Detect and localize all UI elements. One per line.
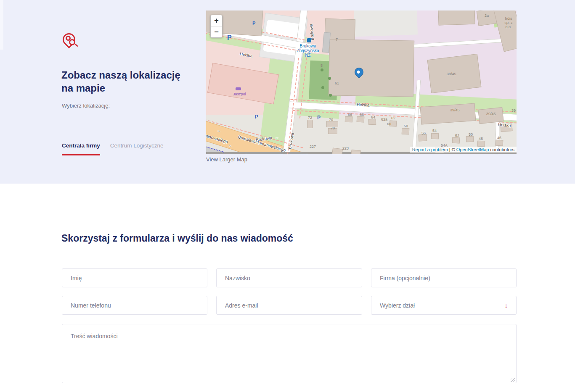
transit-stop-icon (307, 38, 311, 42)
parking-icon: P (317, 115, 321, 121)
street-label-helska: Helska (239, 51, 253, 58)
house-number: 64 (371, 115, 375, 119)
house-number: 68 (348, 113, 352, 117)
map-marker-dot (356, 70, 360, 74)
map-zoom-control: + − (210, 15, 223, 38)
tab-centrala-firmy[interactable]: Centrala firmy (62, 142, 100, 155)
house-number: 52 (455, 134, 459, 138)
section-edge-strip (0, 0, 3, 50)
house-number: 39/45 (486, 112, 496, 116)
house-number: 56 (421, 131, 426, 135)
house-number: 227 (310, 145, 316, 149)
tree-icon (329, 94, 332, 97)
company-label-line: Irdis (501, 16, 517, 21)
location-section: Zobacz naszą lokalizację na mapie Wybier… (0, 0, 575, 184)
house-number: 54 (432, 129, 437, 133)
house-number: 50 (469, 132, 473, 137)
parking-icon: P (227, 34, 232, 42)
car-dealer-icon (236, 87, 241, 90)
contact-page: Zobacz naszą lokalizację na mapie Wybier… (0, 0, 575, 392)
first-name-input[interactable] (62, 268, 207, 287)
chevron-down-icon: ↓ (505, 302, 508, 309)
house-number: 70 (331, 126, 335, 130)
house (477, 141, 485, 147)
house (332, 147, 343, 154)
house (351, 150, 360, 154)
department-select[interactable]: Wybierz dział ↓ (371, 296, 517, 315)
transit-stop-line: NŻ (290, 53, 326, 58)
house (345, 116, 352, 123)
parking-icon: P (255, 114, 258, 120)
zoom-out-button[interactable]: − (211, 26, 222, 37)
house (496, 140, 503, 146)
house (368, 119, 376, 125)
house-number: 48 (479, 137, 483, 141)
house-number: 39 (511, 108, 516, 113)
attribution-divider: | (449, 147, 450, 152)
location-heading: Zobacz naszą lokalizację na mapie (61, 68, 183, 95)
magnifier-handle (74, 43, 78, 47)
location-search-icon (62, 32, 79, 50)
parking-icon: P (252, 21, 255, 26)
house-number: 5 (321, 63, 323, 68)
company-label-line: o.o. (501, 25, 517, 29)
map-region-yard (354, 11, 418, 37)
company-label-jaszpol: Jaszpol (233, 92, 246, 96)
zoom-in-button[interactable]: + (211, 15, 222, 26)
map-attribution: Report a problem | © OpenStreetMap contr… (410, 147, 517, 153)
transit-stop-line: Brukowa (290, 44, 326, 48)
house-number: 61 (335, 81, 339, 85)
direction-arrow: ← (274, 134, 279, 139)
house-number: 7 (336, 37, 338, 42)
form-heading: Skorzystaj z formularza i wyślij do nas … (61, 233, 293, 244)
message-textarea[interactable] (62, 324, 517, 383)
house (307, 120, 313, 128)
house-number: 2a (485, 13, 489, 18)
report-problem-link[interactable]: Report a problem (412, 147, 448, 152)
house-number: 39/45 (450, 108, 460, 112)
phone-input[interactable] (62, 296, 207, 315)
tab-centrum-logistyczne[interactable]: Centrum Logistyczne (110, 142, 164, 155)
tree-icon (321, 86, 324, 89)
company-label-irdis: Irdis sp. z o.o. (501, 16, 517, 29)
company-label-line: sp. z (501, 21, 517, 25)
attribution-contributors: contributors (490, 147, 514, 152)
view-larger-map-link[interactable]: View Larger Map (206, 156, 247, 163)
building-dealer (207, 63, 279, 105)
house (357, 116, 365, 123)
tree-icon (321, 68, 323, 71)
map-embed[interactable]: Helska Helska Helska Brukowa Brukowa ← B… (206, 11, 517, 154)
house-number: 66 (360, 113, 364, 117)
house-number: 72 (308, 116, 312, 120)
house-number: 62 (391, 116, 395, 120)
department-select-placeholder: Wybierz dział (380, 302, 415, 309)
house (419, 134, 427, 141)
tree-icon (328, 77, 331, 80)
house-number: 39/45 (447, 72, 456, 76)
house-number: 62a (381, 117, 387, 121)
house (402, 128, 410, 135)
location-chooser-label: Wybierz lokalizację: (62, 103, 110, 109)
location-tabs: Centrala firmy Centrum Logistyczne (62, 142, 164, 155)
building-marker-site (329, 39, 414, 97)
house (452, 137, 460, 144)
house (431, 133, 439, 139)
transit-stop-line: Zbąszyńska (290, 48, 326, 53)
attribution-copyright: © (452, 147, 455, 152)
email-input[interactable] (216, 296, 362, 315)
house-number: 223 (342, 146, 349, 150)
house-number: 58 (404, 124, 408, 128)
street-label-helska: Helska (357, 102, 370, 108)
house (466, 136, 474, 142)
company-input[interactable] (371, 268, 517, 287)
last-name-input[interactable] (216, 268, 362, 287)
textarea-resize-handle[interactable] (511, 377, 515, 382)
openstreetmap-link[interactable]: OpenStreetMap (456, 147, 489, 152)
house-number: 60 (387, 122, 391, 126)
building (438, 11, 475, 26)
house-number: 46 (497, 136, 501, 140)
transit-stop-label: Brukowa Zbąszyńska NŻ (290, 44, 326, 58)
house-number: 70 (329, 118, 333, 122)
